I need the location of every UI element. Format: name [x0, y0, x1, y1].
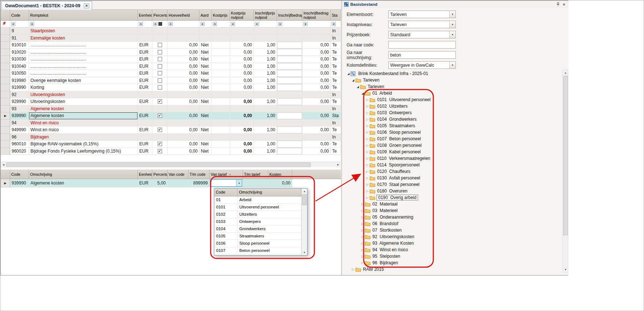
cell-eenheid[interactable]	[138, 91, 152, 99]
cell-status[interactable]: Te	[331, 42, 341, 49]
tree-item[interactable]: ▷0114 Spoorpersoneel	[343, 162, 562, 168]
cell-inschrijfprijs_np[interactable]: 1,00	[254, 77, 277, 84]
column-header-ind[interactable]	[1, 170, 10, 179]
panel-pin-icon[interactable]	[555, 1, 561, 7]
cell-code[interactable]: 939990	[10, 112, 29, 120]
checkbox[interactable]	[158, 43, 162, 47]
cell-percenta[interactable]	[152, 134, 168, 141]
collapse-arrow-icon[interactable]	[356, 83, 360, 90]
cell-eenheid[interactable]: EUR	[138, 77, 152, 84]
cell-aard[interactable]: Niet	[199, 70, 212, 77]
expand-arrow-icon[interactable]: ▷	[360, 214, 365, 220]
cell-code[interactable]: 960020	[10, 148, 29, 155]
cell-hoeveelheid[interactable]: 0,00	[168, 42, 199, 49]
dropdown-row[interactable]: 0107Beton personeel	[214, 247, 307, 254]
cell-inschrijfbedrag_np[interactable]: 0,00	[302, 84, 331, 91]
collapse-arrow-icon[interactable]	[346, 70, 351, 77]
cell-kostprijs_np[interactable]	[230, 35, 254, 42]
row-indicator[interactable]	[1, 35, 10, 42]
cell-tm_code[interactable]: 899999	[189, 179, 210, 187]
cell-kostprijs_np[interactable]: 0,00	[230, 112, 254, 120]
row-indicator[interactable]	[1, 28, 10, 35]
expand-arrow-icon[interactable]: ▷	[365, 181, 370, 188]
checkbox[interactable]: ✓	[158, 113, 162, 118]
checkbox[interactable]	[158, 64, 162, 69]
scroll-up-button[interactable]: ▲	[563, 70, 568, 75]
cell-kostprijs[interactable]	[212, 77, 230, 84]
expand-arrow-icon[interactable]: ▷	[360, 246, 365, 253]
cell-hoeveelheid[interactable]: 0,00	[168, 49, 199, 56]
cell-inschrijfprijs_np[interactable]	[254, 28, 277, 35]
cell-status[interactable]: Te	[331, 77, 341, 84]
checkbox[interactable]	[158, 50, 162, 54]
cell-romptekst[interactable]: ........................................…	[29, 70, 138, 77]
dropdown-cell-code[interactable]: 0105	[214, 233, 238, 240]
dropdown-cell-code[interactable]: 0106	[214, 240, 238, 247]
expand-arrow-icon[interactable]: ▷	[365, 136, 370, 142]
cell-percenta[interactable]: ✓	[152, 112, 168, 120]
cell-inschrijfprijs_np[interactable]: 1,00	[254, 148, 277, 155]
cell-eenheid[interactable]: EUR	[138, 56, 152, 63]
cell-van-tarief[interactable]: ▼	[210, 179, 243, 187]
cell-code[interactable]: 93	[10, 105, 29, 113]
cell-kostprijs_np[interactable]: 0,00	[230, 141, 254, 148]
cell-status[interactable]: In	[331, 28, 341, 35]
cell-inschrijfbedrag_np[interactable]: 0,00	[302, 148, 331, 155]
filter-cell-status[interactable]	[331, 21, 341, 27]
cell-code[interactable]: 910020	[10, 49, 29, 56]
cell-inschrijfbedrag[interactable]	[277, 28, 302, 35]
cell-inschrijfprijs_np[interactable]: 1,00	[254, 98, 277, 105]
expand-arrow-icon[interactable]: ▷	[360, 240, 365, 246]
expand-arrow-icon[interactable]: ▷	[365, 129, 370, 136]
text-field[interactable]	[388, 41, 456, 49]
cell-inschrijfbedrag[interactable]	[277, 148, 302, 155]
column-header-tm_code[interactable]: T/m code	[189, 170, 210, 179]
cell-inschrijfbedrag_np[interactable]: 0,00	[302, 63, 331, 70]
cell-inschrijfbedrag[interactable]	[277, 141, 302, 148]
tree-item[interactable]: ▷RAW 2015	[343, 266, 562, 273]
dropdown-button[interactable]: ▼	[449, 11, 455, 18]
expand-arrow-icon[interactable]: ▷	[365, 188, 370, 194]
cell-eenheid[interactable]: EUR	[138, 179, 152, 187]
row-indicator[interactable]	[1, 49, 10, 56]
tree-item[interactable]: ▷95 Stelposten	[343, 253, 562, 260]
cell-eenheid[interactable]	[138, 28, 152, 35]
cell-code[interactable]: 960010	[10, 141, 29, 148]
filter-cell-kostprijs[interactable]	[212, 21, 230, 27]
cell-romptekst[interactable]: ........................................…	[29, 63, 138, 70]
expand-arrow-icon[interactable]: ▷	[365, 123, 370, 129]
cell-inschrijfbedrag[interactable]	[277, 42, 302, 49]
dropdown-cell-omschrijving[interactable]: Uitzetters	[238, 211, 301, 218]
filter-cell-percenta[interactable]	[152, 21, 168, 27]
cell-status[interactable]: Te	[331, 148, 341, 155]
cell-aard[interactable]: Niet	[199, 77, 212, 84]
cell-percenta[interactable]	[152, 120, 168, 127]
cell-inschrijfprijs_np[interactable]: 1,00	[254, 42, 277, 49]
cell-aard[interactable]	[199, 35, 212, 42]
cell-hoeveelheid[interactable]: 0,00	[168, 141, 199, 148]
cell-code[interactable]: 919980	[10, 77, 29, 84]
dropdown-cell-code[interactable]: 0101	[214, 204, 238, 211]
table-row[interactable]: 949990Winst en risicoEUR✓0,00Niet0,001,0…	[1, 127, 341, 134]
cell-kostprijs_np[interactable]: 0,00	[230, 98, 254, 105]
cell-aard[interactable]: Niet	[199, 127, 212, 134]
dropdown-cell-code[interactable]: 01	[214, 196, 238, 203]
cell-inschrijfbedrag[interactable]	[277, 98, 302, 105]
cell-inschrijfprijs_np[interactable]	[254, 134, 277, 141]
tree-item[interactable]: ▷07 Stortkosten	[343, 227, 562, 233]
tree-item[interactable]: ▷0104 Grondwerkers	[343, 116, 562, 123]
expand-arrow-icon[interactable]: ▷	[365, 168, 370, 175]
cell-kostprijs[interactable]	[212, 70, 230, 77]
cell-status[interactable]: Te	[331, 56, 341, 63]
cell-inschrijfbedrag[interactable]	[277, 127, 302, 134]
tree-scrollbar-thumb[interactable]	[563, 76, 568, 235]
expand-arrow-icon[interactable]: ▷	[360, 233, 365, 240]
scroll-down-button[interactable]: ▼	[563, 267, 568, 272]
cell-kostprijs[interactable]	[212, 127, 230, 134]
tree-item[interactable]: ▷0105 Straatmakers	[343, 123, 562, 129]
table-row[interactable]: 960010Bijdrage RAW-systematiek (0,15%)EU…	[1, 141, 341, 148]
row-indicator[interactable]	[1, 141, 10, 148]
dropdown-cell-omschrijving[interactable]: Straatmakers	[238, 233, 301, 240]
cell-romptekst[interactable]: Staartposten	[29, 28, 138, 35]
expand-arrow-icon[interactable]: ▷	[365, 194, 370, 201]
